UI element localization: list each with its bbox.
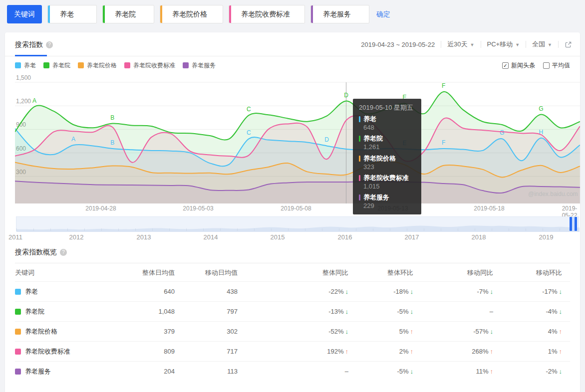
value-cell: 640 — [120, 282, 175, 302]
value-cell: 11%↑ — [438, 362, 493, 382]
arrow-down-icon: ↓ — [345, 328, 349, 335]
average-checkbox[interactable]: 平均值 — [543, 61, 570, 70]
keyword-bar: 关键词 养老养老院养老院价格养老院收费标准养老服务 确定 — [7, 5, 390, 23]
news-marker[interactable]: D — [344, 92, 348, 99]
value-cell: -17%↓ — [507, 282, 562, 302]
help-icon[interactable]: ? — [46, 41, 53, 48]
keyword-swatch — [15, 369, 21, 375]
keyword-input[interactable]: 养老院价格 — [160, 5, 223, 23]
region-dropdown[interactable]: 全国▼ — [532, 40, 552, 49]
value-cell: 4%↑ — [507, 322, 562, 342]
table-body: 养老640438-22%↓-18%↓-7%↓-17%↓养老院1,048797-1… — [15, 281, 570, 381]
arrow-down-icon: ↓ — [410, 368, 414, 375]
arrow-down-icon: ↓ — [345, 308, 349, 315]
news-marker[interactable]: C — [247, 106, 251, 113]
keyword-swatch — [15, 349, 21, 355]
keyword-text: 养老 — [48, 10, 74, 19]
keyword-text: 养老院收费标准 — [229, 10, 290, 19]
keyword-input[interactable]: 养老服务 — [310, 5, 369, 23]
keyword-color-bar — [48, 5, 50, 23]
arrow-down-icon: ↓ — [559, 288, 563, 295]
timeline-year-label: 2015 — [271, 233, 285, 241]
confirm-button[interactable]: 确定 — [376, 10, 390, 19]
keyword-color-bar — [311, 5, 313, 23]
arrow-down-icon: ↓ — [410, 308, 414, 315]
timeline-brush[interactable] — [16, 216, 579, 231]
value-cell: 204 — [120, 362, 175, 382]
table-row[interactable]: 养老院1,048797-13%↓-5%↓–-4%↓ — [15, 301, 570, 321]
help-icon[interactable]: ? — [60, 249, 67, 256]
tooltip-entry: 养老院价格323 — [359, 154, 415, 171]
date-range[interactable]: 2019-04-23 ~ 2019-05-22 — [361, 41, 435, 48]
timeline-year-label: 2017 — [405, 233, 419, 241]
legend-item[interactable]: 养老服务 — [183, 61, 216, 70]
arrow-down-icon: ↓ — [559, 308, 563, 315]
tab-active-underline — [15, 55, 47, 56]
keyword-label-button[interactable]: 关键词 — [7, 5, 42, 23]
x-axis-label: 2019-05-08 — [281, 205, 311, 212]
news-marker[interactable]: D — [324, 136, 329, 143]
news-marker[interactable]: F — [442, 139, 445, 146]
value-cell: 5%↑ — [358, 322, 413, 342]
legend-item[interactable]: 养老院 — [43, 61, 70, 70]
separator — [526, 41, 526, 48]
value-cell: 1%↑ — [507, 342, 562, 362]
legend-item[interactable]: 养老院价格 — [78, 61, 117, 70]
column-header: 整体环比 — [358, 263, 413, 282]
arrow-down-icon: ↓ — [345, 288, 349, 295]
x-axis-label: 2019-05-03 — [183, 205, 213, 212]
arrow-down-icon: ↓ — [490, 288, 494, 295]
legend-swatch — [78, 62, 84, 68]
column-header: 整体同比 — [293, 263, 348, 282]
period-dropdown[interactable]: 近30天▼ — [447, 40, 474, 49]
arrow-down-icon: ↓ — [559, 368, 563, 375]
tooltip-date: 2019-05-10 星期五 — [359, 103, 415, 112]
news-headlines-checkbox[interactable]: ✓新闻头条 — [502, 61, 535, 70]
keyword-swatch — [15, 309, 21, 315]
chevron-down-icon: ▼ — [515, 42, 520, 47]
news-marker[interactable]: B — [110, 139, 114, 146]
chevron-down-icon: ▼ — [548, 42, 552, 47]
arrow-up-icon: ↑ — [490, 348, 494, 355]
news-marker[interactable]: G — [539, 105, 543, 112]
separator — [481, 41, 481, 48]
chart-tooltip: 2019-05-10 星期五 养老648养老院1,261养老院价格323养老院收… — [353, 99, 421, 214]
column-header: 关键词 — [15, 263, 34, 282]
table-row[interactable]: 养老服务204113–-5%↓11%↑-2%↓ — [15, 361, 570, 381]
keyword-input[interactable]: 养老院收费标准 — [229, 5, 305, 23]
keyword-input[interactable]: 养老 — [47, 5, 97, 23]
table-row[interactable]: 养老院收费标准809717192%↑2%↑268%↑1%↑ — [15, 341, 570, 361]
legend-swatch — [183, 62, 189, 68]
value-cell: -2%↓ — [507, 362, 562, 382]
keyword-swatch — [15, 329, 21, 335]
news-marker[interactable]: G — [500, 129, 504, 136]
value-cell: -7%↓ — [438, 282, 493, 302]
brush-handle-right[interactable] — [575, 217, 577, 231]
legend-item[interactable]: 养老院收费标准 — [124, 61, 175, 70]
news-marker[interactable]: F — [442, 82, 445, 89]
legend-item[interactable]: 养老 — [15, 61, 36, 70]
external-link-icon[interactable] — [565, 41, 572, 48]
legend-row: 养老养老院养老院价格养老院收费标准养老服务 ✓新闻头条 平均值 — [15, 61, 570, 70]
news-marker[interactable]: C — [247, 129, 251, 136]
separator — [558, 41, 559, 48]
device-dropdown[interactable]: PC+移动▼ — [487, 40, 520, 49]
arrow-up-icon: ↑ — [345, 348, 349, 355]
trend-chart[interactable]: 3006009001,2001,500ABCDEFGHABCDEFG — [15, 75, 580, 203]
tab-search-index[interactable]: 搜索指数? — [15, 32, 53, 56]
news-marker[interactable]: B — [110, 114, 114, 121]
news-marker[interactable]: A — [71, 136, 75, 143]
keyword-color-bar — [160, 5, 162, 23]
tab-title: 搜索指数 — [15, 40, 43, 48]
keyword-cell: 养老院价格 — [15, 322, 57, 342]
brush-handle-left[interactable] — [570, 217, 572, 231]
value-cell: -57%↓ — [438, 322, 493, 342]
news-marker[interactable]: A — [32, 97, 36, 104]
arrow-up-icon: ↑ — [559, 348, 563, 355]
checkbox-icon: ✓ — [502, 62, 509, 69]
table-row[interactable]: 养老640438-22%↓-18%↓-7%↓-17%↓ — [15, 281, 570, 301]
arrow-up-icon: ↑ — [410, 348, 414, 355]
table-row[interactable]: 养老院价格379302-52%↓5%↑-57%↓4%↑ — [15, 321, 570, 341]
keyword-text: 养老院 — [103, 10, 136, 19]
keyword-input[interactable]: 养老院 — [102, 5, 154, 23]
